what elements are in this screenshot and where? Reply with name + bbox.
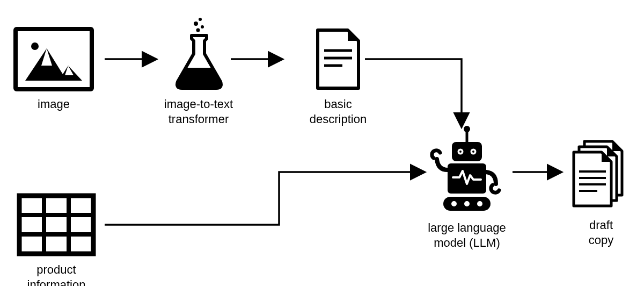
node-product-info-label-l1: product bbox=[36, 263, 76, 276]
node-image-label: image bbox=[11, 97, 97, 112]
documents-stack-icon bbox=[566, 137, 636, 212]
node-transformer: image-to-text transformer bbox=[148, 16, 250, 126]
node-transformer-label: image-to-text transformer bbox=[148, 97, 250, 126]
node-draft-copy: draft copy bbox=[564, 137, 639, 247]
pipeline-diagram: image image-to-text transformer bbox=[0, 0, 644, 286]
svg-point-23 bbox=[451, 201, 457, 206]
picture-icon bbox=[13, 27, 94, 91]
svg-point-19 bbox=[459, 151, 462, 153]
node-product-info: product information bbox=[11, 192, 102, 286]
arrow-product-to-llm bbox=[105, 172, 424, 225]
svg-rect-9 bbox=[19, 196, 93, 254]
node-draft-copy-label: draft copy bbox=[564, 218, 639, 247]
svg-rect-16 bbox=[452, 142, 482, 161]
node-description-label: basic description bbox=[295, 97, 381, 126]
node-transformer-label-l2: transformer bbox=[169, 112, 229, 126]
node-description-label-l1: basic bbox=[324, 97, 352, 111]
node-draft-copy-label-l1: draft bbox=[589, 218, 613, 232]
document-icon bbox=[311, 27, 365, 91]
node-description-label-l2: description bbox=[310, 112, 367, 126]
node-product-info-label: product information bbox=[11, 262, 102, 286]
node-llm: large language model (LLM) bbox=[419, 124, 515, 250]
svg-point-25 bbox=[477, 201, 482, 206]
node-llm-label-l1: large language bbox=[428, 221, 506, 234]
flask-icon bbox=[169, 16, 228, 91]
node-transformer-label-l1: image-to-text bbox=[164, 97, 233, 111]
node-product-info-label-l2: information bbox=[27, 278, 86, 287]
table-grid-icon bbox=[16, 192, 97, 257]
node-description: basic description bbox=[295, 27, 381, 126]
node-draft-copy-label-l2: copy bbox=[589, 233, 613, 247]
svg-point-1 bbox=[31, 42, 39, 50]
svg-point-2 bbox=[199, 18, 202, 21]
svg-point-4 bbox=[201, 25, 204, 28]
svg-point-20 bbox=[472, 151, 474, 153]
node-image: image bbox=[11, 27, 97, 112]
robot-icon bbox=[424, 124, 510, 215]
svg-point-5 bbox=[196, 28, 200, 32]
svg-point-24 bbox=[464, 201, 470, 206]
node-llm-label-l2: model (LLM) bbox=[434, 236, 500, 249]
svg-point-3 bbox=[194, 22, 198, 26]
node-llm-label: large language model (LLM) bbox=[419, 220, 515, 250]
